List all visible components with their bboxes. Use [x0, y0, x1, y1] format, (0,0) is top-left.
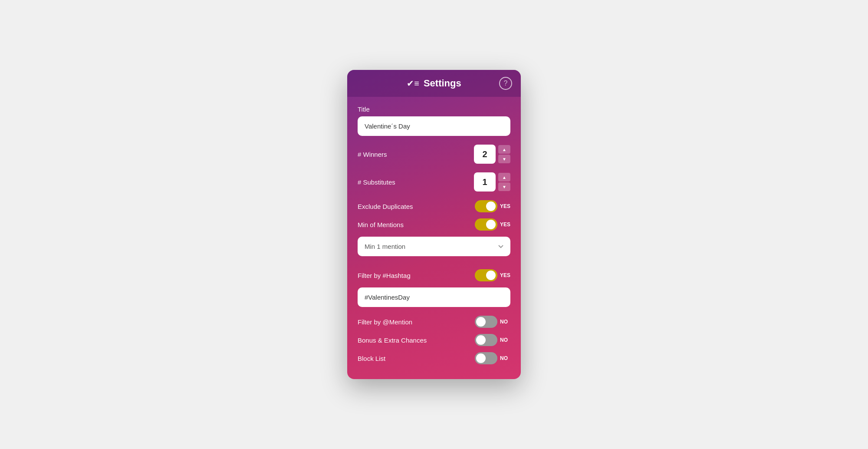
blocklist-status: NO [500, 355, 510, 361]
filter-hashtag-toggle[interactable] [475, 269, 497, 281]
min-mentions-row: Min of Mentions YES [358, 218, 510, 231]
bonus-status: NO [500, 337, 510, 343]
exclude-duplicates-toggle-group: YES [475, 200, 510, 212]
substitutes-control: 1 ▲ ▼ [474, 172, 510, 191]
bonus-toggle[interactable] [475, 334, 497, 346]
spacer-1 [358, 265, 510, 269]
exclude-duplicates-status: YES [500, 203, 510, 209]
list-icon: ✔︎≡ [407, 78, 419, 89]
winners-down-button[interactable]: ▼ [498, 155, 510, 163]
title-label: Title [358, 106, 510, 113]
bonus-row: Bonus & Extra Chances NO [358, 334, 510, 346]
filter-mention-slider [475, 316, 497, 328]
substitutes-label: # Substitutes [358, 178, 395, 186]
exclude-duplicates-label: Exclude Duplicates [358, 203, 413, 210]
hashtag-input[interactable] [358, 287, 510, 307]
substitutes-arrows: ▲ ▼ [498, 173, 510, 191]
filter-mention-label: Filter by @Mention [358, 318, 412, 326]
filter-mention-toggle[interactable] [475, 316, 497, 328]
help-button[interactable]: ? [499, 77, 512, 90]
blocklist-slider [475, 352, 497, 364]
exclude-duplicates-row: Exclude Duplicates YES [358, 200, 510, 212]
min-mention-select[interactable]: Min 1 mention Min 2 mentions Min 3 menti… [358, 237, 510, 256]
filter-mention-toggle-group: NO [475, 316, 510, 328]
winners-value: 2 [474, 145, 496, 164]
winners-row: # Winners 2 ▲ ▼ [358, 145, 510, 164]
settings-body: Title # Winners 2 ▲ ▼ # Substitutes 1 ▲ … [347, 97, 521, 379]
filter-mention-status: NO [500, 319, 510, 325]
exclude-duplicates-toggle[interactable] [475, 200, 497, 212]
filter-hashtag-label: Filter by #Hashtag [358, 272, 411, 279]
bonus-slider [475, 334, 497, 346]
blocklist-toggle-group: NO [475, 352, 510, 364]
winners-arrows: ▲ ▼ [498, 145, 510, 163]
filter-hashtag-row: Filter by #Hashtag YES [358, 269, 510, 281]
winners-up-button[interactable]: ▲ [498, 145, 510, 154]
winners-label: # Winners [358, 151, 387, 158]
bonus-toggle-group: NO [475, 334, 510, 346]
min-mentions-toggle-group: YES [475, 218, 510, 231]
filter-hashtag-slider [475, 269, 497, 281]
filter-hashtag-status: YES [500, 272, 510, 278]
substitutes-row: # Substitutes 1 ▲ ▼ [358, 172, 510, 191]
substitutes-value: 1 [474, 172, 496, 191]
bonus-label: Bonus & Extra Chances [358, 337, 427, 344]
blocklist-toggle[interactable] [475, 352, 497, 364]
winners-control: 2 ▲ ▼ [474, 145, 510, 164]
title-input[interactable] [358, 116, 510, 136]
settings-header: ✔︎≡ Settings ? [347, 70, 521, 97]
settings-panel: ✔︎≡ Settings ? Title # Winners 2 ▲ ▼ # S… [347, 70, 521, 379]
header-title: Settings [424, 78, 461, 89]
blocklist-row: Block List NO [358, 352, 510, 364]
min-mentions-slider [475, 218, 497, 231]
filter-hashtag-toggle-group: YES [475, 269, 510, 281]
blocklist-label: Block List [358, 355, 385, 362]
min-mentions-status: YES [500, 221, 510, 228]
substitutes-down-button[interactable]: ▼ [498, 182, 510, 191]
exclude-duplicates-slider [475, 200, 497, 212]
filter-mention-row: Filter by @Mention NO [358, 316, 510, 328]
min-mentions-toggle[interactable] [475, 218, 497, 231]
min-mentions-label: Min of Mentions [358, 221, 404, 228]
substitutes-up-button[interactable]: ▲ [498, 173, 510, 182]
